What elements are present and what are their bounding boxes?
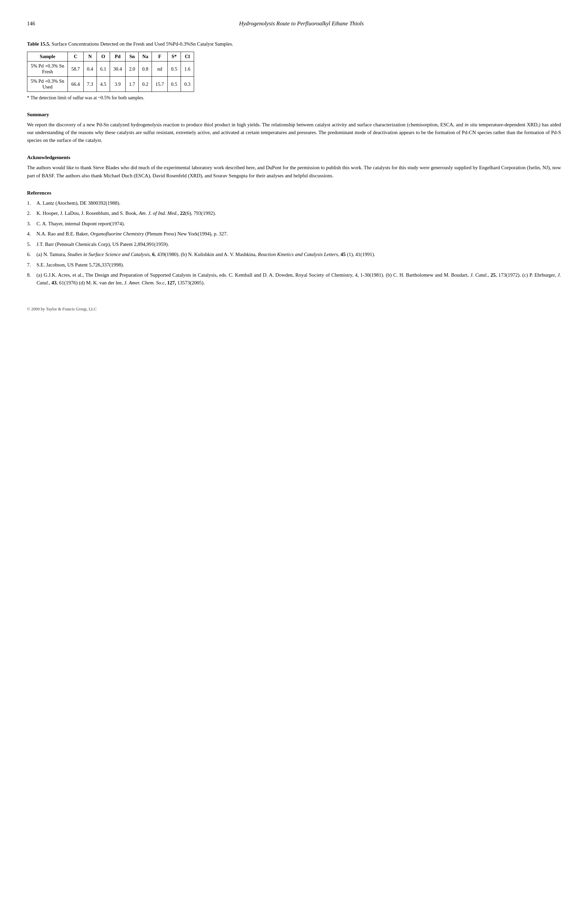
cell-sample: 5% Pd +0.3% SnUsed xyxy=(27,77,68,92)
table-row: 5% Pd +0.3% SnUsed66.47.34.53.91.70.215.… xyxy=(27,77,194,92)
table-footnote: * The detection limit of sulfur was at ~… xyxy=(27,95,561,101)
table-caption-bold: Table 15.5. xyxy=(27,41,50,47)
table-section: Table 15.5. Surface Concentrations Detec… xyxy=(27,40,561,101)
list-item: 5.J.T. Barr (Pennsalt Chemicals Corp), U… xyxy=(27,240,561,248)
list-item: 4.N.A. Rao and B.E. Baker, Organofluorin… xyxy=(27,230,561,238)
cell-cl: 1.6 xyxy=(181,62,194,77)
col-s: S* xyxy=(167,52,181,62)
ref-content: A. Lantz (Atochem), DE 3800392(1988). xyxy=(36,199,561,207)
cell-n: 7.3 xyxy=(83,77,97,92)
list-item: 3.C. A. Thayer, internal Dupont report(1… xyxy=(27,220,561,228)
table-caption: Table 15.5. Surface Concentrations Detec… xyxy=(27,40,263,48)
col-sample: Sample xyxy=(27,52,68,62)
ref-content: S.E. Jacobson, US Patent 5,726,337(1998)… xyxy=(36,261,561,269)
ref-number: 7. xyxy=(27,261,36,269)
cell-na: 0.8 xyxy=(139,62,152,77)
cell-o: 4.5 xyxy=(97,77,110,92)
ref-content: C. A. Thayer, internal Dupont report(197… xyxy=(36,220,561,228)
cell-o: 6.1 xyxy=(97,62,110,77)
list-item: 1.A. Lantz (Atochem), DE 3800392(1988). xyxy=(27,199,561,207)
list-item: 2.K. Hooper, J. LaDou, J. Rosenblum, and… xyxy=(27,209,561,217)
table-caption-text: Surface Concentrations Detected on the F… xyxy=(50,41,233,47)
col-n: N xyxy=(83,52,97,62)
col-pd: Pd xyxy=(110,52,125,62)
page-number: 146 xyxy=(27,21,35,27)
col-na: Na xyxy=(139,52,152,62)
ref-content: (a) G.J.K. Acres, et al., The Design and… xyxy=(36,271,561,287)
summary-heading: Summary xyxy=(27,112,561,118)
cell-n: 0.4 xyxy=(83,62,97,77)
ref-number: 3. xyxy=(27,220,36,228)
cell-c: 58.7 xyxy=(68,62,83,77)
ref-number: 2. xyxy=(27,209,36,217)
cell-c: 66.4 xyxy=(68,77,83,92)
ref-number: 8. xyxy=(27,271,36,287)
table-row: 5% Pd +0.3% SnFresh58.70.46.130.42.00.8n… xyxy=(27,62,194,77)
copyright: © 2009 by Taylor & Francis Group, LLC xyxy=(27,307,561,312)
cell-sample: 5% Pd +0.3% SnFresh xyxy=(27,62,68,77)
col-o: O xyxy=(97,52,110,62)
cell-f: 15.7 xyxy=(152,77,167,92)
cell-sn: 1.7 xyxy=(126,77,139,92)
cell-sn: 2.0 xyxy=(126,62,139,77)
cell-s: 0.5 xyxy=(167,62,181,77)
ref-number: 6. xyxy=(27,251,36,258)
ref-content: K. Hooper, J. LaDou, J. Rosenblum, and S… xyxy=(36,209,561,217)
reference-list: 1.A. Lantz (Atochem), DE 3800392(1988).2… xyxy=(27,199,561,287)
col-cl: Cl xyxy=(181,52,194,62)
col-sn: Sn xyxy=(126,52,139,62)
summary-text: We report the discovery of a new Pd-Sn c… xyxy=(27,121,561,144)
ref-content: J.T. Barr (Pennsalt Chemicals Corp), US … xyxy=(36,240,561,248)
list-item: 6.(a) N. Tamura, Studies in Surface Scie… xyxy=(27,251,561,258)
col-c: C xyxy=(68,52,83,62)
cell-pd: 30.4 xyxy=(110,62,125,77)
list-item: 7.S.E. Jacobson, US Patent 5,726,337(199… xyxy=(27,261,561,269)
references-section: References 1.A. Lantz (Atochem), DE 3800… xyxy=(27,190,561,287)
acknowledgements-text: The authors would like to thank Steve Bl… xyxy=(27,164,561,180)
col-f: F xyxy=(152,52,167,62)
cell-na: 0.2 xyxy=(139,77,152,92)
cell-s: 0.5 xyxy=(167,77,181,92)
list-item: 8.(a) G.J.K. Acres, et al., The Design a… xyxy=(27,271,561,287)
ref-content: (a) N. Tamura, Studies in Surface Scienc… xyxy=(36,251,561,258)
cell-pd: 3.9 xyxy=(110,77,125,92)
ref-content: N.A. Rao and B.E. Baker, Organofluorine … xyxy=(36,230,561,238)
data-table: Sample C N O Pd Sn Na F S* Cl 5% Pd +0.3… xyxy=(27,52,194,92)
ref-number: 1. xyxy=(27,199,36,207)
ref-number: 5. xyxy=(27,240,36,248)
cell-f: nd xyxy=(152,62,167,77)
references-heading: References xyxy=(27,190,561,196)
cell-cl: 0.3 xyxy=(181,77,194,92)
page-title: Hydrogenolysis Route to Perfluoroalkyl E… xyxy=(42,20,561,27)
ref-number: 4. xyxy=(27,230,36,238)
acknowledgements-heading: Acknowledgements xyxy=(27,154,561,160)
